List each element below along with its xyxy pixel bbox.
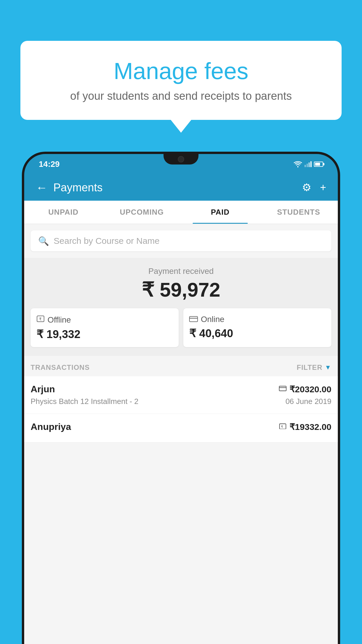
back-button[interactable]: ← (36, 181, 48, 194)
online-payment-icon (279, 386, 287, 393)
table-row[interactable]: Arjun ₹20320.00 Physics Batch 12 Install… (24, 376, 338, 414)
online-card: Online ₹ 40,640 (183, 308, 331, 347)
table-row[interactable]: Anupriya ₹ ₹19332.00 (24, 414, 338, 442)
online-amount: ₹ 40,640 (189, 327, 233, 340)
search-icon: 🔍 (38, 236, 49, 246)
payment-label: Payment received (24, 267, 338, 276)
wifi-icon (294, 161, 302, 167)
tab-paid[interactable]: PAID (181, 201, 259, 224)
filter-button[interactable]: FILTER ▼ (297, 363, 331, 372)
header-title: Payments (53, 181, 302, 194)
tab-unpaid[interactable]: UNPAID (24, 201, 103, 224)
payment-cards: ₹ Offline ₹ 19,332 (24, 308, 338, 347)
signal-icon (305, 161, 312, 167)
speech-bubble: Manage fees of your students and send re… (20, 41, 342, 120)
tabs-bar: UNPAID UPCOMING PAID STUDENTS (24, 201, 338, 224)
header-actions: ⚙ + (302, 181, 326, 194)
amount-row: ₹ ₹19332.00 (279, 422, 331, 432)
transaction-top-arjun: Arjun ₹20320.00 (31, 384, 331, 395)
payment-amount: ₹ 59,972 (24, 278, 338, 301)
offline-amount: ₹ 19,332 (36, 328, 80, 341)
transaction-course: Physics Batch 12 Installment - 2 (31, 397, 138, 406)
offline-icon: ₹ (36, 315, 45, 325)
settings-button[interactable]: ⚙ (302, 181, 311, 194)
speech-bubble-container: Manage fees of your students and send re… (20, 41, 342, 120)
app-header: ← Payments ⚙ + (24, 174, 338, 201)
online-icon (189, 315, 198, 324)
online-card-header: Online (189, 315, 224, 324)
offline-card: ₹ Offline ₹ 19,332 (31, 308, 179, 347)
bubble-title: Manage fees (35, 58, 327, 84)
offline-label: Offline (48, 315, 71, 325)
status-time: 14:29 (39, 160, 60, 169)
transaction-name: Anupriya (31, 421, 71, 432)
battery-icon (314, 162, 323, 167)
search-placeholder: Search by Course or Name (54, 236, 160, 246)
filter-icon: ▼ (325, 364, 331, 371)
amount-row: ₹20320.00 (279, 384, 331, 394)
transaction-amount: ₹19332.00 (289, 422, 331, 432)
phone-inner: 14:29 (24, 154, 338, 644)
phone-notch (164, 154, 198, 164)
svg-rect-4 (279, 386, 286, 391)
svg-rect-2 (189, 316, 198, 322)
transactions-header: TRANSACTIONS FILTER ▼ (24, 356, 338, 376)
svg-text:₹: ₹ (39, 317, 42, 321)
filter-label: FILTER (297, 363, 322, 372)
transaction-name: Arjun (31, 384, 55, 395)
tab-students[interactable]: STUDENTS (259, 201, 338, 224)
transaction-date: 06 June 2019 (285, 397, 331, 406)
phone-frame: 14:29 (22, 152, 340, 644)
transaction-bottom-arjun: Physics Batch 12 Installment - 2 06 June… (31, 397, 331, 406)
payment-summary: Payment received ₹ 59,972 ₹ (24, 258, 338, 356)
battery-fill (315, 163, 320, 166)
offline-card-header: ₹ Offline (36, 315, 71, 325)
status-icons (294, 161, 323, 167)
offline-payment-icon: ₹ (279, 423, 287, 431)
search-bar[interactable]: 🔍 Search by Course or Name (31, 230, 331, 251)
transaction-amount: ₹20320.00 (289, 384, 331, 394)
transactions-label: TRANSACTIONS (31, 363, 90, 372)
transaction-top-anupriya: Anupriya ₹ ₹19332.00 (31, 421, 331, 432)
front-camera (178, 156, 184, 162)
bubble-subtitle: of your students and send receipts to pa… (35, 90, 327, 102)
app-content: 🔍 Search by Course or Name Payment recei… (24, 224, 338, 644)
svg-text:₹: ₹ (281, 425, 283, 428)
online-label: Online (201, 315, 224, 324)
add-button[interactable]: + (320, 181, 326, 194)
tab-upcoming[interactable]: UPCOMING (103, 201, 181, 224)
